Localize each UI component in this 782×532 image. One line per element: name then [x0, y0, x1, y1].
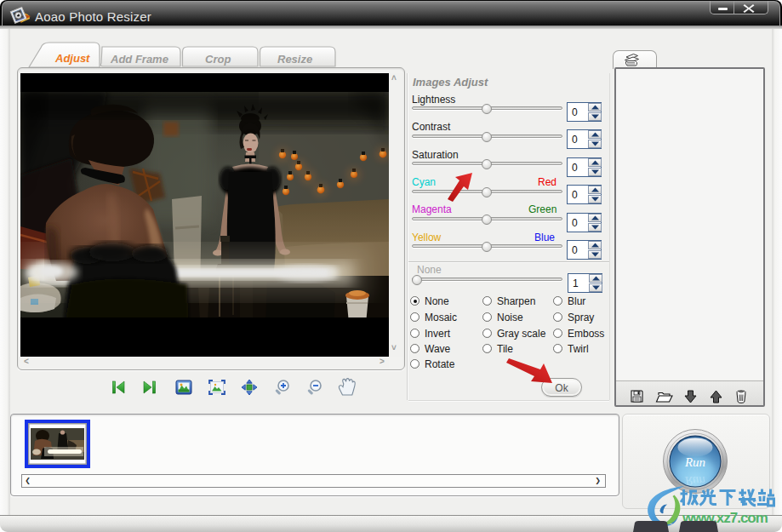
- svg-text:Run: Run: [684, 455, 705, 469]
- svg-text:Run: Run: [684, 474, 705, 488]
